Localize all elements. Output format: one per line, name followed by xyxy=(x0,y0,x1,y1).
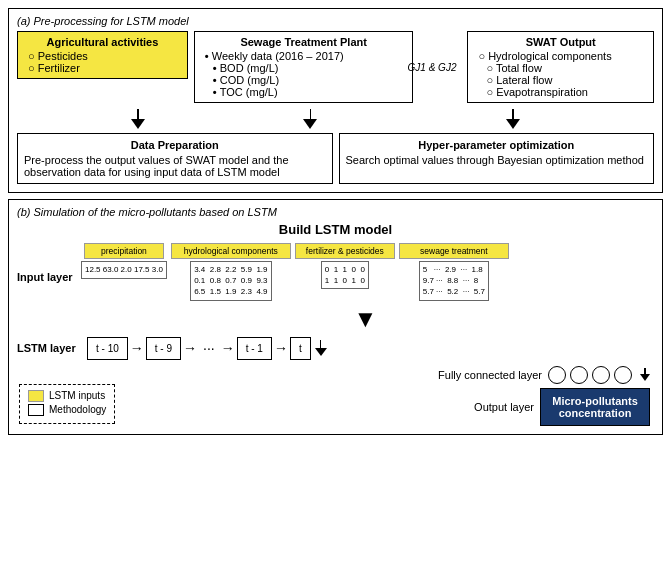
agri-item-1: Pesticides xyxy=(28,50,181,62)
fc-label: Fully connected layer xyxy=(438,369,542,381)
sewage-item-1: BOD (mg/L) xyxy=(213,62,407,74)
matrix-fertilizer: 0 1 1 0 0 1 1 0 1 0 xyxy=(321,261,369,289)
hyper-title: Hyper-parameter optimization xyxy=(346,139,648,151)
matrix-precipitation: 12.5 63.0 2.0 17.5 3.0 xyxy=(81,261,167,279)
data-prep-text: Pre-process the output values of SWAT mo… xyxy=(24,154,326,178)
input-layer-label: Input layer xyxy=(17,243,77,283)
legend-label-1: LSTM inputs xyxy=(49,390,105,401)
lstm-dots: ··· xyxy=(199,340,219,356)
input-boxes-area: precipitation 12.5 63.0 2.0 17.5 3.0 hyd… xyxy=(81,243,654,301)
agricultural-list: Pesticides Fertilizer xyxy=(24,50,181,74)
cat-label-precipitation: precipitation xyxy=(84,243,164,259)
swat-box: SWAT Output Hydrological components Tota… xyxy=(467,31,654,103)
legend-box: LSTM inputs Methodology xyxy=(19,384,115,424)
down-arrow-output xyxy=(640,368,650,381)
legend-item-2: Methodology xyxy=(28,404,106,416)
sewage-item-3: TOC (mg/L) xyxy=(213,86,407,98)
lstm-node-1: t - 10 xyxy=(87,337,128,360)
lstm-node-2: t - 9 xyxy=(146,337,181,360)
matrix-sewage: 5 ··· 2.9 ··· 1.8 9.7 ··· 8.8 ··· 8 5.7 … xyxy=(419,261,489,301)
fc-circle-3 xyxy=(592,366,610,384)
lstm-node-4: t xyxy=(290,337,311,360)
part-b-title: (b) Simulation of the micro-pollutants b… xyxy=(17,206,654,218)
lstm-node-3: t - 1 xyxy=(237,337,272,360)
category-fertilizer: fertilizer & pesticides 0 1 1 0 0 1 1 0 … xyxy=(295,243,395,301)
sewage-title: Sewage Treatment Plant xyxy=(201,36,407,48)
sewage-list: Weekly data (2016 – 2017) BOD (mg/L) COD… xyxy=(201,50,407,98)
fc-circle-1 xyxy=(548,366,566,384)
bottom-boxes-row: Data Preparation Pre-process the output … xyxy=(17,133,654,184)
hyper-box: Hyper-parameter optimization Search opti… xyxy=(339,133,655,184)
input-layer-row: Input layer precipitation 12.5 63.0 2.0 … xyxy=(17,243,654,301)
top-boxes-row: Agricultural activities Pesticides Ferti… xyxy=(17,31,654,103)
cat-label-fertilizer: fertilizer & pesticides xyxy=(295,243,395,259)
arrow-2-dots: → xyxy=(181,340,199,356)
hyper-text: Search optimal values through Bayesian o… xyxy=(346,154,648,166)
sewage-bullet-title: Weekly data (2016 – 2017) xyxy=(205,50,407,62)
lstm-layer-label: LSTM layer xyxy=(17,342,87,354)
part-a-title: (a) Pre-processing for LSTM model xyxy=(17,15,654,27)
arrow-3 xyxy=(506,109,520,129)
fc-row: Fully connected layer xyxy=(17,366,654,384)
big-down-arrow: ▼ xyxy=(77,305,654,333)
output-label: Output layer xyxy=(474,401,534,413)
fc-circle-4 xyxy=(614,366,632,384)
category-sewage-treatment: sewage treatment 5 ··· 2.9 ··· 1.8 9.7 ·… xyxy=(399,243,509,301)
category-precipitation: precipitation 12.5 63.0 2.0 17.5 3.0 xyxy=(81,243,167,301)
legend-label-2: Methodology xyxy=(49,404,106,415)
swat-list: Hydrological components Total flow Later… xyxy=(474,50,647,98)
lstm-model-title: Build LSTM model xyxy=(17,222,654,237)
data-prep-title: Data Preparation xyxy=(24,139,326,151)
lstm-layer-row: LSTM layer t - 10 → t - 9 → ··· → t - 1 … xyxy=(17,337,654,360)
arrow-2 xyxy=(303,109,317,129)
legend-item-1: LSTM inputs xyxy=(28,390,106,402)
agricultural-box: Agricultural activities Pesticides Ferti… xyxy=(17,31,188,79)
matrix-hydrological: 3.4 2.8 2.2 5.9 1.9 0.1 0.8 0.7 0.9 9.3 … xyxy=(190,261,271,301)
cat-label-hydrological: hydrological components xyxy=(171,243,291,259)
fc-circles xyxy=(548,366,632,384)
category-hydrological: hydrological components 3.4 2.8 2.2 5.9 … xyxy=(171,243,291,301)
agricultural-title: Agricultural activities xyxy=(24,36,181,48)
gj-label: GJ1 & GJ2 xyxy=(408,62,457,73)
legend-white-icon xyxy=(28,404,44,416)
arrow-1-2: → xyxy=(128,340,146,356)
arrow-1 xyxy=(131,109,145,129)
swat-title: SWAT Output xyxy=(474,36,647,48)
arrow-dots-3: → xyxy=(219,340,237,356)
legend-yellow-icon xyxy=(28,390,44,402)
arrow-3-4: → xyxy=(272,340,290,356)
sewage-wrapper: Sewage Treatment Plant Weekly data (2016… xyxy=(194,31,414,103)
data-prep-box: Data Preparation Pre-process the output … xyxy=(17,133,333,184)
cat-label-sewage: sewage treatment xyxy=(399,243,509,259)
swat-bullet-title: Hydrological components xyxy=(478,50,647,62)
swat-item-3: Evapotranspiration xyxy=(486,86,647,98)
fc-circle-2 xyxy=(570,366,588,384)
sewage-box: Sewage Treatment Plant Weekly data (2016… xyxy=(194,31,414,103)
arrow-row-1 xyxy=(17,109,654,129)
swat-item-2: Lateral flow xyxy=(486,74,647,86)
sewage-item-2: COD (mg/L) xyxy=(213,74,407,86)
part-b-section: (b) Simulation of the micro-pollutants b… xyxy=(8,199,663,435)
part-a-section: (a) Pre-processing for LSTM model Agricu… xyxy=(8,8,663,193)
output-box: Micro-pollutantsconcentration xyxy=(540,388,650,426)
lstm-nodes: t - 10 → t - 9 → ··· → t - 1 → t xyxy=(87,337,654,360)
swat-item-1: Total flow xyxy=(486,62,647,74)
agri-item-2: Fertilizer xyxy=(28,62,181,74)
down-arrow-fc xyxy=(315,340,327,356)
